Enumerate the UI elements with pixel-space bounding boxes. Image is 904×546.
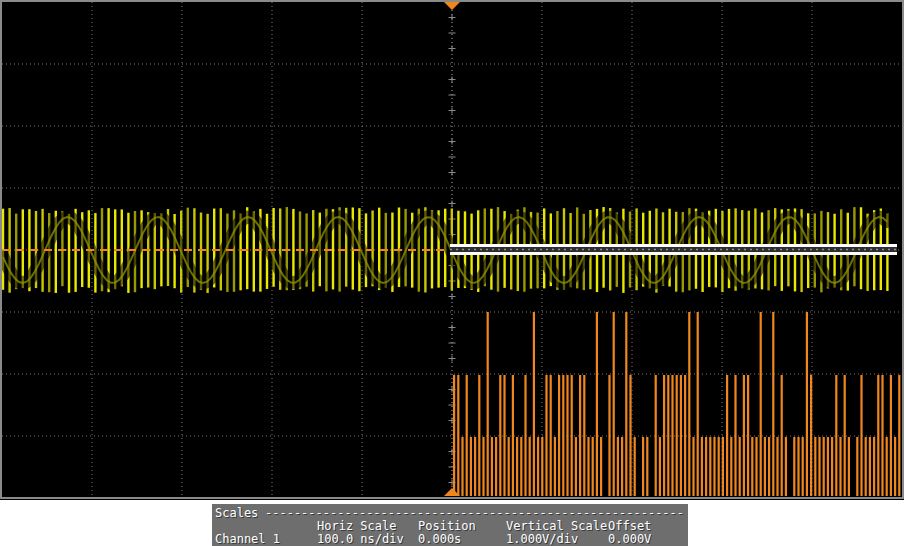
- scope-canvas: [0, 0, 904, 500]
- channel1-position-value: 0.000s: [418, 533, 461, 546]
- channel1-offset-value: 0.000V: [608, 533, 651, 546]
- channel1-scales-row: Channel 1 100.0 ns/div 0.000s 1.000V/div…: [212, 533, 688, 546]
- scales-panel: Scales ---------------------------------…: [212, 504, 688, 546]
- channel1-vertical-scale-value: 1.000V/div: [506, 533, 578, 546]
- scope-display: [0, 0, 904, 500]
- channel1-horiz-scale-value: 100.0 ns/div: [317, 533, 404, 546]
- white-cursor-band: [450, 244, 897, 255]
- scales-title: Scales: [215, 507, 258, 520]
- channel1-label: Channel 1: [215, 533, 280, 546]
